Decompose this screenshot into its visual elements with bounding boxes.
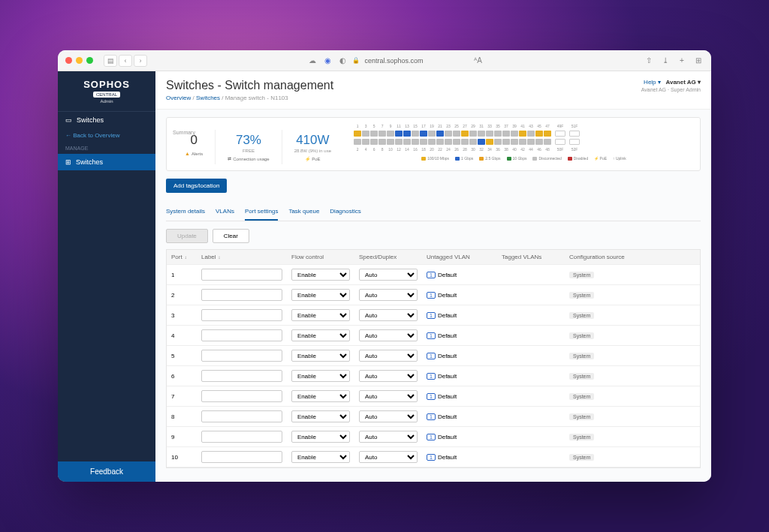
port-icon[interactable] xyxy=(370,131,378,137)
port-icon[interactable] xyxy=(544,139,551,145)
maximize-icon[interactable] xyxy=(86,57,93,64)
port-icon[interactable] xyxy=(362,131,369,137)
port-icon[interactable] xyxy=(395,139,403,145)
port-icon[interactable] xyxy=(420,131,427,137)
col-uvlan[interactable]: Untagged VLAN xyxy=(422,250,497,264)
speed-select[interactable]: Auto xyxy=(359,309,418,321)
col-port[interactable]: Port↕ xyxy=(167,250,197,264)
port-icon[interactable] xyxy=(519,131,526,137)
share-icon[interactable]: ⇧ xyxy=(644,56,654,66)
vlan-badge[interactable]: 1 xyxy=(427,353,436,359)
org-menu[interactable]: Avanet AG ▾ xyxy=(665,79,701,86)
label-input[interactable] xyxy=(201,390,282,402)
vlan-badge[interactable]: 1 xyxy=(427,454,436,461)
shield-icon[interactable]: ◉ xyxy=(322,56,333,66)
port-icon[interactable] xyxy=(544,131,551,137)
port-icon[interactable] xyxy=(478,131,485,137)
port-icon[interactable] xyxy=(403,131,411,137)
label-input[interactable] xyxy=(201,451,282,463)
flow-select[interactable]: Enable xyxy=(291,350,350,362)
port-icon[interactable] xyxy=(494,139,502,145)
speed-select[interactable]: Auto xyxy=(359,350,418,362)
add-tags-button[interactable]: Add tags/location xyxy=(166,179,227,193)
vlan-badge[interactable]: 1 xyxy=(427,292,436,299)
port-icon[interactable] xyxy=(486,139,493,145)
forward-button[interactable]: › xyxy=(134,55,147,67)
port-icon[interactable] xyxy=(527,139,535,145)
port-icon[interactable] xyxy=(354,131,361,137)
tab-task-queue[interactable]: Task queue xyxy=(288,203,319,221)
back-button[interactable]: ‹ xyxy=(119,55,132,67)
port-icon[interactable] xyxy=(354,139,361,145)
port-icon[interactable] xyxy=(469,131,477,137)
col-conf[interactable]: Configuration source xyxy=(565,250,700,264)
port-icon[interactable] xyxy=(445,139,452,145)
port-icon[interactable] xyxy=(511,139,518,145)
port-icon[interactable] xyxy=(445,131,452,137)
label-input[interactable] xyxy=(201,431,282,443)
col-flow[interactable]: Flow control xyxy=(287,250,354,264)
port-icon[interactable] xyxy=(461,131,469,137)
port-icon[interactable] xyxy=(428,131,436,137)
clear-button[interactable]: Clear xyxy=(213,229,249,243)
feedback-button[interactable]: Feedback xyxy=(58,461,155,482)
speed-select[interactable]: Auto xyxy=(359,451,418,463)
label-input[interactable] xyxy=(201,309,282,321)
speed-select[interactable]: Auto xyxy=(359,410,418,422)
port-icon[interactable] xyxy=(403,139,411,145)
vlan-badge[interactable]: 1 xyxy=(427,434,436,440)
sidebar-toggle-icon[interactable]: ▤ xyxy=(104,55,117,67)
tab-port-settings[interactable]: Port settings xyxy=(245,203,278,221)
port-icon[interactable] xyxy=(428,139,436,145)
sfp-port-icon[interactable] xyxy=(569,131,580,137)
new-tab-icon[interactable]: + xyxy=(677,56,687,66)
port-icon[interactable] xyxy=(420,139,427,145)
address-bar[interactable]: central.sophos.com xyxy=(364,57,423,65)
back-to-overview-link[interactable]: ← Back to Overview xyxy=(58,128,155,143)
crumb-switches[interactable]: Switches xyxy=(196,95,220,101)
port-icon[interactable] xyxy=(502,139,510,145)
col-label[interactable]: Label↕ xyxy=(197,250,287,264)
sfp-port-icon[interactable] xyxy=(555,131,565,137)
vlan-badge[interactable]: 1 xyxy=(427,332,436,339)
flow-select[interactable]: Enable xyxy=(291,431,350,443)
port-icon[interactable] xyxy=(461,139,469,145)
vlan-badge[interactable]: 1 xyxy=(427,413,436,420)
label-input[interactable] xyxy=(201,370,282,382)
port-icon[interactable] xyxy=(453,131,460,137)
minimize-icon[interactable] xyxy=(76,57,83,64)
port-icon[interactable] xyxy=(370,139,378,145)
flow-select[interactable]: Enable xyxy=(291,289,350,301)
update-button[interactable]: Update xyxy=(166,229,208,243)
port-icon[interactable] xyxy=(511,131,518,137)
port-icon[interactable] xyxy=(486,131,493,137)
port-icon[interactable] xyxy=(387,131,394,137)
port-icon[interactable] xyxy=(469,139,477,145)
port-icon[interactable] xyxy=(412,139,419,145)
speed-select[interactable]: Auto xyxy=(359,269,418,281)
tab-system-details[interactable]: System details xyxy=(166,203,205,221)
tabs-icon[interactable]: ⊞ xyxy=(693,56,704,66)
translate-icon[interactable]: ᴬA xyxy=(473,56,484,66)
flow-select[interactable]: Enable xyxy=(291,390,350,402)
flow-select[interactable]: Enable xyxy=(291,451,350,463)
port-icon[interactable] xyxy=(436,131,444,137)
port-icon[interactable] xyxy=(378,139,386,145)
label-input[interactable] xyxy=(201,410,282,422)
label-input[interactable] xyxy=(201,350,282,362)
port-icon[interactable] xyxy=(527,131,535,137)
port-icon[interactable] xyxy=(362,139,369,145)
sfp-port-icon[interactable] xyxy=(555,139,565,145)
tab-vlans[interactable]: VLANs xyxy=(216,203,234,221)
label-input[interactable] xyxy=(201,269,282,281)
flow-select[interactable]: Enable xyxy=(291,329,350,341)
port-icon[interactable] xyxy=(519,139,526,145)
sidebar-item-manage-switches[interactable]: ⊞ Switches xyxy=(58,154,155,170)
col-speed[interactable]: Speed/Duplex xyxy=(354,250,422,264)
tab-diagnostics[interactable]: Diagnostics xyxy=(330,203,360,221)
flow-select[interactable]: Enable xyxy=(291,410,350,422)
speed-select[interactable]: Auto xyxy=(359,390,418,402)
port-icon[interactable] xyxy=(387,139,394,145)
port-icon[interactable] xyxy=(436,139,444,145)
col-tvlan[interactable]: Tagged VLANs xyxy=(497,250,565,264)
